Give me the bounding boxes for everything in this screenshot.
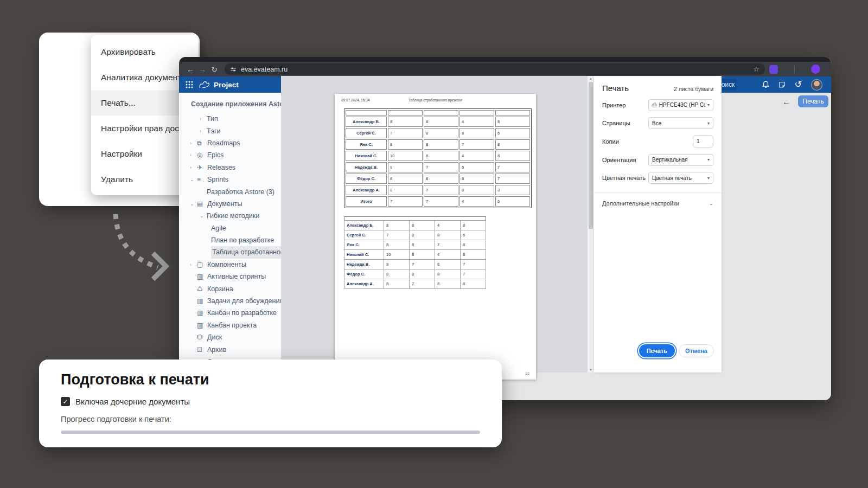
- sidebar-item[interactable]: › ✈ Releases: [179, 162, 281, 174]
- sidebar-item[interactable]: › Тип: [179, 113, 281, 125]
- sidebar-item[interactable]: ▥ Канбан по разработке: [179, 307, 281, 319]
- tree-chevron-icon[interactable]: ⌄: [190, 177, 197, 182]
- table-value-cell: 8: [459, 185, 494, 195]
- field-value: 1: [697, 138, 700, 144]
- tree-chevron-icon[interactable]: ⌄: [200, 213, 207, 219]
- history-icon[interactable]: ↺: [795, 80, 802, 89]
- toolbar-icon[interactable]: [794, 66, 795, 73]
- browser-forward-icon[interactable]: →: [196, 65, 208, 74]
- field-control[interactable]: 1: [693, 135, 713, 148]
- include-children-row: ✓ Включая дочерние документы: [61, 397, 480, 406]
- components-icon: ▢: [197, 261, 207, 268]
- sidebar-item[interactable]: ⛁ Диск: [179, 331, 281, 343]
- tree-chevron-icon[interactable]: ›: [190, 152, 197, 158]
- table1-name-cell: Надежда В.: [346, 162, 387, 172]
- sidebar-item[interactable]: › ▢ Компоненты: [179, 259, 281, 271]
- print-cancel-button[interactable]: Отмена: [679, 344, 714, 357]
- field-control[interactable]: Цветная печать ▾: [648, 172, 713, 184]
- table1-row: Сергей С. 7886: [346, 128, 530, 138]
- dropdown-caret-icon: ▾: [707, 121, 710, 126]
- bookmark-star-icon[interactable]: ☆: [753, 65, 760, 73]
- sidebar-item[interactable]: ⌄ ▤ Документы: [179, 198, 281, 210]
- sidebar-item[interactable]: › ◎ Epics: [179, 149, 281, 161]
- table2-header-cell: [344, 217, 384, 221]
- table1-row: Надежда В. 9767: [346, 162, 530, 172]
- extension-icons: [769, 65, 826, 74]
- field-value: Цветная печать: [652, 175, 692, 181]
- table1-header-cell: [424, 110, 458, 115]
- sidebar-item[interactable]: Разработка Astore (3): [179, 185, 281, 197]
- page-doc-title: Таблица отработанного времени: [341, 98, 529, 102]
- toolbar-icon[interactable]: [769, 65, 778, 74]
- dropdown-caret-icon: ▾: [707, 102, 710, 107]
- sidebar-item[interactable]: План по разработке: [179, 234, 281, 246]
- sheets-count: 2 листа бумаги: [674, 86, 713, 92]
- sidebar-item-label: Тэги: [207, 127, 221, 135]
- field-control[interactable]: Вертикальная ▾: [648, 154, 713, 166]
- sidebar-item[interactable]: Таблица отработанного времени: [179, 246, 281, 258]
- table-value-cell: 8: [388, 174, 423, 184]
- print-fields: Принтер ⎙ HPFCE43C (HP Color Lase ▾ Стра…: [594, 96, 722, 187]
- scroll-up-icon[interactable]: ▲: [588, 77, 594, 80]
- browser-reload-icon[interactable]: ↻: [208, 65, 220, 74]
- table-value-cell: 7: [495, 174, 530, 184]
- toolbar-icon[interactable]: [811, 65, 820, 74]
- field-label: Ориентация: [602, 157, 636, 163]
- more-settings-label: Дополнительные настройки: [602, 200, 679, 207]
- sidebar-item[interactable]: ▥ Задачи для обсуждения: [179, 295, 281, 307]
- sidebar-item[interactable]: ⌄ Гибкие методики: [179, 210, 281, 222]
- table-value-cell: 8: [410, 240, 435, 250]
- app-print-button[interactable]: Печать: [798, 95, 828, 107]
- notes-icon[interactable]: [778, 81, 786, 88]
- tree-chevron-icon[interactable]: ›: [200, 116, 207, 121]
- table2-row: Александр А. 8788: [344, 279, 486, 289]
- app-brand[interactable]: Project: [214, 81, 239, 89]
- sidebar-item[interactable]: ⌄ ≡ Sprints: [179, 174, 281, 185]
- user-avatar[interactable]: [811, 79, 822, 91]
- scrollbar-thumb[interactable]: [589, 82, 593, 229]
- tree-chevron-icon[interactable]: ›: [190, 140, 197, 146]
- sidebar-item[interactable]: ♺ Корзина: [179, 282, 281, 294]
- sidebar-item[interactable]: › Тэги: [179, 125, 281, 137]
- project-title[interactable]: Создание приложения Astore: [179, 100, 281, 108]
- table1-body: Александр Б. 8848 Сергей С. 7886 Яна С. …: [346, 117, 530, 207]
- field-label: Цветная печать: [602, 175, 646, 181]
- table-value-cell: 8: [459, 128, 494, 138]
- browser-back-icon[interactable]: ←: [184, 65, 196, 74]
- print-confirm-button[interactable]: Печать: [639, 344, 675, 357]
- tree-chevron-icon[interactable]: ⌄: [190, 201, 197, 207]
- sidebar-item-label: Задачи для обсуждения: [207, 297, 281, 305]
- more-settings-toggle[interactable]: Дополнительные настройки ⌄: [594, 193, 722, 214]
- field-control[interactable]: ⎙ HPFCE43C (HP Color Lase ▾: [648, 99, 713, 111]
- sidebar-item[interactable]: ▥ Канбан проекта: [179, 319, 281, 331]
- app-grid-icon[interactable]: [186, 81, 193, 88]
- sidebar-item[interactable]: ⊟ Архив: [179, 343, 281, 355]
- address-bar[interactable]: eva.evateam.ru ☆: [225, 63, 765, 75]
- app-back-arrow[interactable]: ←: [782, 97, 790, 106]
- sidebar-item-label: Epics: [207, 151, 224, 159]
- preview-scrollbar[interactable]: ▲ ▼: [588, 76, 594, 373]
- menu-item-label: Настройки: [101, 149, 142, 159]
- field-control[interactable]: Все ▾: [648, 117, 713, 129]
- notification-bell-icon[interactable]: [762, 81, 769, 88]
- menu-item-label: Удалить: [101, 175, 133, 184]
- scroll-down-icon[interactable]: ▼: [588, 368, 594, 371]
- sidebar-item-label: Корзина: [207, 285, 233, 293]
- table2-name-cell: Фёдор С.: [344, 269, 384, 279]
- dropdown-caret-icon: ▾: [707, 176, 710, 181]
- sidebar-item[interactable]: ▥ Активные спринты: [179, 271, 281, 282]
- print-modal: 09.07.2024, 16:34 Таблица отработанного …: [281, 76, 722, 373]
- sidebar-tree: › Тип › Тэги › ⧉ Roadmaps › ◎ Epi: [179, 113, 281, 368]
- print-dialog-buttons: Печать Отмена: [639, 344, 714, 357]
- field-value: Вертикальная: [652, 157, 687, 163]
- site-info-icon[interactable]: [230, 66, 237, 73]
- tree-chevron-icon[interactable]: ›: [200, 129, 207, 134]
- sidebar-item[interactable]: › ⧉ Roadmaps: [179, 137, 281, 149]
- print-field-row: Копии 1: [594, 132, 722, 151]
- tree-chevron-icon[interactable]: ›: [190, 165, 197, 170]
- table-value-cell: 8: [424, 174, 458, 184]
- tree-chevron-icon[interactable]: ›: [190, 262, 197, 267]
- include-children-checkbox[interactable]: ✓: [61, 397, 70, 406]
- sidebar-item[interactable]: Agile: [179, 222, 281, 234]
- sprints-checklist-icon: ≡: [197, 176, 207, 183]
